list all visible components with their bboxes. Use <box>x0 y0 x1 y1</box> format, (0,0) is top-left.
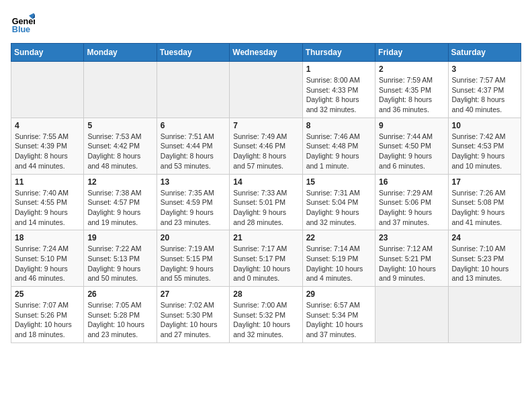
day-info: Sunrise: 7:31 AMSunset: 5:04 PMDaylight:… <box>306 188 371 228</box>
day-number: 4 <box>15 121 80 130</box>
calendar-cell: 17Sunrise: 7:26 AMSunset: 5:08 PMDayligh… <box>448 174 521 230</box>
calendar-cell: 4Sunrise: 7:55 AMSunset: 4:39 PMDaylight… <box>11 118 84 174</box>
day-info: Sunrise: 7:55 AMSunset: 4:39 PMDaylight:… <box>15 132 80 171</box>
calendar-cell: 7Sunrise: 7:49 AMSunset: 4:46 PMDaylight… <box>230 118 302 174</box>
calendar-cell: 20Sunrise: 7:19 AMSunset: 5:15 PMDayligh… <box>157 230 229 287</box>
calendar-cell: 8Sunrise: 7:46 AMSunset: 4:48 PMDaylight… <box>302 118 375 174</box>
day-number: 9 <box>379 121 444 130</box>
day-number: 25 <box>15 289 80 299</box>
day-number: 12 <box>87 177 152 187</box>
weekday-header-thursday: Thursday <box>302 44 375 62</box>
day-info: Sunrise: 7:26 AMSunset: 5:08 PMDaylight:… <box>452 188 517 228</box>
calendar-cell: 5Sunrise: 7:53 AMSunset: 4:42 PMDaylight… <box>84 118 157 174</box>
logo: General Blue <box>11 11 38 35</box>
weekday-header-row: SundayMondayTuesdayWednesdayThursdayFrid… <box>11 44 521 62</box>
calendar-cell: 1Sunrise: 8:00 AMSunset: 4:33 PMDaylight… <box>302 62 375 118</box>
day-info: Sunrise: 7:33 AMSunset: 5:01 PMDaylight:… <box>233 188 298 228</box>
weekday-header-wednesday: Wednesday <box>230 44 302 62</box>
calendar-cell: 9Sunrise: 7:44 AMSunset: 4:50 PMDaylight… <box>375 118 448 174</box>
day-number: 19 <box>87 233 152 242</box>
day-number: 24 <box>452 233 517 242</box>
day-number: 27 <box>161 289 226 299</box>
day-info: Sunrise: 7:05 AMSunset: 5:28 PMDaylight:… <box>87 300 152 340</box>
day-number: 16 <box>379 177 444 187</box>
logo-icon: General Blue <box>11 11 35 35</box>
calendar-week-5: 25Sunrise: 7:07 AMSunset: 5:26 PMDayligh… <box>11 287 521 343</box>
day-info: Sunrise: 7:49 AMSunset: 4:46 PMDaylight:… <box>233 132 298 171</box>
calendar-cell: 24Sunrise: 7:10 AMSunset: 5:23 PMDayligh… <box>448 230 521 287</box>
day-info: Sunrise: 7:07 AMSunset: 5:26 PMDaylight:… <box>15 300 80 340</box>
day-info: Sunrise: 7:29 AMSunset: 5:06 PMDaylight:… <box>379 188 444 228</box>
day-number: 21 <box>233 233 298 242</box>
weekday-header-sunday: Sunday <box>11 44 84 62</box>
day-info: Sunrise: 7:12 AMSunset: 5:21 PMDaylight:… <box>379 244 444 283</box>
day-info: Sunrise: 7:42 AMSunset: 4:53 PMDaylight:… <box>452 132 517 171</box>
day-number: 15 <box>306 177 371 187</box>
day-info: Sunrise: 7:40 AMSunset: 4:55 PMDaylight:… <box>15 188 80 228</box>
calendar-cell: 3Sunrise: 7:57 AMSunset: 4:37 PMDaylight… <box>448 62 521 118</box>
calendar-cell: 21Sunrise: 7:17 AMSunset: 5:17 PMDayligh… <box>230 230 302 287</box>
day-info: Sunrise: 7:53 AMSunset: 4:42 PMDaylight:… <box>87 132 152 171</box>
calendar-cell <box>448 287 521 343</box>
calendar-cell: 14Sunrise: 7:33 AMSunset: 5:01 PMDayligh… <box>230 174 302 230</box>
calendar-cell <box>11 62 84 118</box>
day-number: 20 <box>161 233 226 242</box>
day-number: 18 <box>15 233 80 242</box>
day-number: 3 <box>452 64 517 74</box>
calendar-cell: 25Sunrise: 7:07 AMSunset: 5:26 PMDayligh… <box>11 287 84 343</box>
weekday-header-monday: Monday <box>84 44 157 62</box>
day-number: 8 <box>306 121 371 130</box>
day-number: 14 <box>233 177 298 187</box>
day-info: Sunrise: 7:44 AMSunset: 4:50 PMDaylight:… <box>379 132 444 171</box>
calendar-week-2: 4Sunrise: 7:55 AMSunset: 4:39 PMDaylight… <box>11 118 521 174</box>
day-number: 5 <box>87 121 152 130</box>
calendar-week-4: 18Sunrise: 7:24 AMSunset: 5:10 PMDayligh… <box>11 230 521 287</box>
day-number: 7 <box>233 121 298 130</box>
day-info: Sunrise: 7:35 AMSunset: 4:59 PMDaylight:… <box>161 188 226 228</box>
day-number: 1 <box>306 64 371 74</box>
day-number: 28 <box>233 289 298 299</box>
calendar-cell: 27Sunrise: 7:02 AMSunset: 5:30 PMDayligh… <box>157 287 229 343</box>
weekday-header-friday: Friday <box>375 44 448 62</box>
day-number: 23 <box>379 233 444 242</box>
calendar-cell: 2Sunrise: 7:59 AMSunset: 4:35 PMDaylight… <box>375 62 448 118</box>
calendar-cell: 13Sunrise: 7:35 AMSunset: 4:59 PMDayligh… <box>157 174 229 230</box>
day-info: Sunrise: 6:57 AMSunset: 5:34 PMDaylight:… <box>306 300 371 340</box>
calendar-cell: 16Sunrise: 7:29 AMSunset: 5:06 PMDayligh… <box>375 174 448 230</box>
calendar-cell: 15Sunrise: 7:31 AMSunset: 5:04 PMDayligh… <box>302 174 375 230</box>
calendar-cell <box>84 62 157 118</box>
calendar-cell: 26Sunrise: 7:05 AMSunset: 5:28 PMDayligh… <box>84 287 157 343</box>
calendar-cell: 29Sunrise: 6:57 AMSunset: 5:34 PMDayligh… <box>302 287 375 343</box>
calendar-cell: 6Sunrise: 7:51 AMSunset: 4:44 PMDaylight… <box>157 118 229 174</box>
calendar-cell: 28Sunrise: 7:00 AMSunset: 5:32 PMDayligh… <box>230 287 302 343</box>
calendar-cell <box>230 62 302 118</box>
day-number: 2 <box>379 64 444 74</box>
day-info: Sunrise: 7:22 AMSunset: 5:13 PMDaylight:… <box>87 244 152 283</box>
calendar-cell: 18Sunrise: 7:24 AMSunset: 5:10 PMDayligh… <box>11 230 84 287</box>
calendar-cell: 12Sunrise: 7:38 AMSunset: 4:57 PMDayligh… <box>84 174 157 230</box>
day-info: Sunrise: 7:17 AMSunset: 5:17 PMDaylight:… <box>233 244 298 283</box>
page-header: General Blue <box>11 11 521 35</box>
day-info: Sunrise: 7:24 AMSunset: 5:10 PMDaylight:… <box>15 244 80 283</box>
day-number: 17 <box>452 177 517 187</box>
day-info: Sunrise: 7:59 AMSunset: 4:35 PMDaylight:… <box>379 75 444 115</box>
calendar-week-3: 11Sunrise: 7:40 AMSunset: 4:55 PMDayligh… <box>11 174 521 230</box>
day-number: 29 <box>306 289 371 299</box>
calendar-table: SundayMondayTuesdayWednesdayThursdayFrid… <box>11 43 521 343</box>
calendar-cell: 22Sunrise: 7:14 AMSunset: 5:19 PMDayligh… <box>302 230 375 287</box>
day-info: Sunrise: 7:51 AMSunset: 4:44 PMDaylight:… <box>161 132 226 171</box>
day-number: 6 <box>161 121 226 130</box>
day-number: 10 <box>452 121 517 130</box>
day-info: Sunrise: 7:02 AMSunset: 5:30 PMDaylight:… <box>161 300 226 340</box>
day-number: 26 <box>87 289 152 299</box>
calendar-cell: 23Sunrise: 7:12 AMSunset: 5:21 PMDayligh… <box>375 230 448 287</box>
day-info: Sunrise: 7:57 AMSunset: 4:37 PMDaylight:… <box>452 75 517 115</box>
calendar-cell: 10Sunrise: 7:42 AMSunset: 4:53 PMDayligh… <box>448 118 521 174</box>
day-info: Sunrise: 7:38 AMSunset: 4:57 PMDaylight:… <box>87 188 152 228</box>
day-info: Sunrise: 7:46 AMSunset: 4:48 PMDaylight:… <box>306 132 371 171</box>
day-info: Sunrise: 8:00 AMSunset: 4:33 PMDaylight:… <box>306 75 371 115</box>
calendar-cell: 11Sunrise: 7:40 AMSunset: 4:55 PMDayligh… <box>11 174 84 230</box>
day-number: 11 <box>15 177 80 187</box>
svg-text:Blue: Blue <box>12 25 30 34</box>
day-number: 22 <box>306 233 371 242</box>
